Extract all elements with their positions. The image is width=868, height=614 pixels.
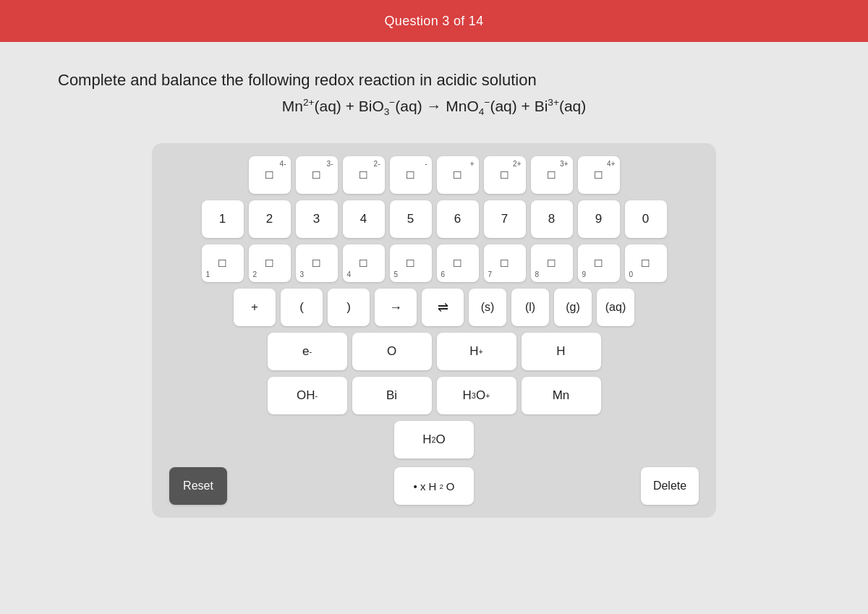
row-charges: 4- □ 3- □ 2- □ - □ + □ 2+ □ [168,156,700,194]
key-8[interactable]: 8 [531,200,573,238]
key-sub6[interactable]: □6 [437,244,479,282]
key-1[interactable]: 1 [202,200,244,238]
key-arrow[interactable]: → [375,289,417,326]
key-sub7[interactable]: □7 [484,244,526,282]
key-3minus[interactable]: 3- □ [296,156,338,194]
key-2minus[interactable]: 2- □ [343,156,385,194]
key-4[interactable]: 4 [343,200,385,238]
key-rparen[interactable]: ) [328,289,370,326]
key-plus[interactable]: + [234,289,276,326]
row-elements1: e- O H+ H [168,333,700,370]
key-2[interactable]: 2 [249,200,291,238]
key-state-l[interactable]: (l) [511,289,549,326]
key-9[interactable]: 9 [578,200,620,238]
key-state-s[interactable]: (s) [469,289,506,326]
delete-button[interactable]: Delete [641,467,699,505]
key-state-g[interactable]: (g) [554,289,592,326]
key-5[interactable]: 5 [390,200,432,238]
key-0[interactable]: 0 [625,200,667,238]
row-subscripts: □1 □2 □3 □4 □5 □6 □7 □8 [168,244,700,282]
key-water[interactable]: H2O [394,421,474,459]
key-sub9[interactable]: □9 [578,244,620,282]
key-h3o[interactable]: H3O+ [437,377,516,414]
key-4minus[interactable]: 4- □ [249,156,291,194]
key-electron[interactable]: e- [268,333,347,370]
reset-button[interactable]: Reset [169,467,227,505]
key-hydrogen[interactable]: H [522,333,601,370]
row-elements3: H2O [168,421,700,459]
key-state-aq[interactable]: (aq) [597,289,634,326]
key-oxygen[interactable]: O [352,333,432,370]
key-3plus[interactable]: 3+ □ [531,156,573,194]
top-bar: Question 3 of 14 [0,0,868,42]
question-instruction: Complete and balance the following redox… [58,71,810,90]
key-sub0[interactable]: □0 [625,244,667,282]
main-content: Complete and balance the following redox… [0,42,868,540]
key-3[interactable]: 3 [296,200,338,238]
bottom-action-row: Reset • x H2O Delete [168,467,700,505]
row-operators: + ( ) → ⇌ (s) (l) (g) (aq) [168,289,700,326]
key-equilibrium[interactable]: ⇌ [422,289,464,326]
equation-display: Mn2+(aq) + BiO3−(aq) → MnO4−(aq) + Bi3+(… [58,97,810,117]
key-manganese[interactable]: Mn [522,377,601,414]
key-minus[interactable]: - □ [390,156,432,194]
row-elements2: OH- Bi H3O+ Mn [168,377,700,414]
key-lparen[interactable]: ( [281,289,323,326]
key-hplus[interactable]: H+ [437,333,516,370]
key-sub5[interactable]: □5 [390,244,432,282]
question-counter: Question 3 of 14 [385,14,484,29]
row-digits: 1 2 3 4 5 6 7 8 9 0 [168,200,700,238]
key-sub2[interactable]: □2 [249,244,291,282]
key-sub1[interactable]: □1 [202,244,244,282]
key-2plus[interactable]: 2+ □ [484,156,526,194]
water-x-button[interactable]: • x H2O [394,467,474,505]
key-plus-charge[interactable]: + □ [437,156,479,194]
key-7[interactable]: 7 [484,200,526,238]
chemistry-keyboard: 4- □ 3- □ 2- □ - □ + □ 2+ □ [152,143,716,518]
key-sub4[interactable]: □4 [343,244,385,282]
key-sub3[interactable]: □3 [296,244,338,282]
key-6[interactable]: 6 [437,200,479,238]
key-bismuth[interactable]: Bi [352,377,432,414]
key-sub8[interactable]: □8 [531,244,573,282]
key-oh[interactable]: OH- [268,377,347,414]
key-4plus[interactable]: 4+ □ [578,156,620,194]
